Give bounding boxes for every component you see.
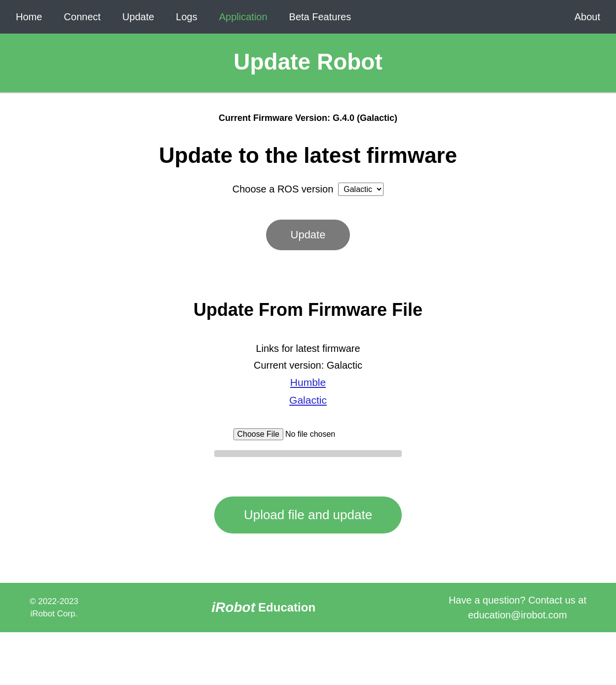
ros-version-row: Choose a ROS version Galactic Humble <box>0 183 616 196</box>
main-content: Current Firmware Version: G.4.0 (Galacti… <box>0 93 616 583</box>
nav-beta-features[interactable]: Beta Features <box>278 0 362 34</box>
progress-bar-container <box>214 450 402 457</box>
nav-about[interactable]: About <box>564 0 611 34</box>
divider-section: Update From Firmware File Links for late… <box>0 280 616 496</box>
humble-link[interactable]: Humble <box>0 374 616 391</box>
footer-brand: iRobot Education <box>211 600 315 615</box>
links-block: Links for latest firmware Current versio… <box>0 340 616 409</box>
footer-contact: Have a question? Contact us at education… <box>449 593 586 622</box>
footer-irobot-text: iRobot <box>211 600 255 615</box>
nav-connect[interactable]: Connect <box>53 0 112 34</box>
file-input-row <box>0 428 616 440</box>
galactic-link[interactable]: Galactic <box>0 391 616 409</box>
choose-ros-label: Choose a ROS version <box>232 184 334 195</box>
footer: © 2022-2023 iRobot Corp. iRobot Educatio… <box>0 583 616 632</box>
current-version-label: Current version: Galactic <box>254 360 362 371</box>
nav-update[interactable]: Update <box>112 0 165 34</box>
upload-file-button[interactable]: Upload file and update <box>214 496 402 533</box>
progress-bar-bg <box>214 450 402 457</box>
nav-logs[interactable]: Logs <box>165 0 208 34</box>
hero-title: Update Robot <box>0 48 616 75</box>
file-input[interactable] <box>233 428 383 440</box>
nav-home[interactable]: Home <box>5 0 53 34</box>
update-latest-title: Update to the latest firmware <box>0 143 616 168</box>
firmware-version-label: Current Firmware Version: G.4.0 (Galacti… <box>0 113 616 123</box>
hero-section: Update Robot <box>0 34 616 93</box>
navbar: Home Connect Update Logs Application Bet… <box>0 0 616 34</box>
footer-copyright: © 2022-2023 iRobot Corp. <box>30 595 78 620</box>
links-label: Links for latest firmware <box>256 343 360 354</box>
footer-brand-text: Education <box>258 601 315 614</box>
update-from-file-title: Update From Firmware File <box>0 300 616 320</box>
ros-version-select[interactable]: Galactic Humble <box>338 183 384 196</box>
update-button[interactable]: Update <box>266 220 350 250</box>
nav-application[interactable]: Application <box>208 0 278 34</box>
